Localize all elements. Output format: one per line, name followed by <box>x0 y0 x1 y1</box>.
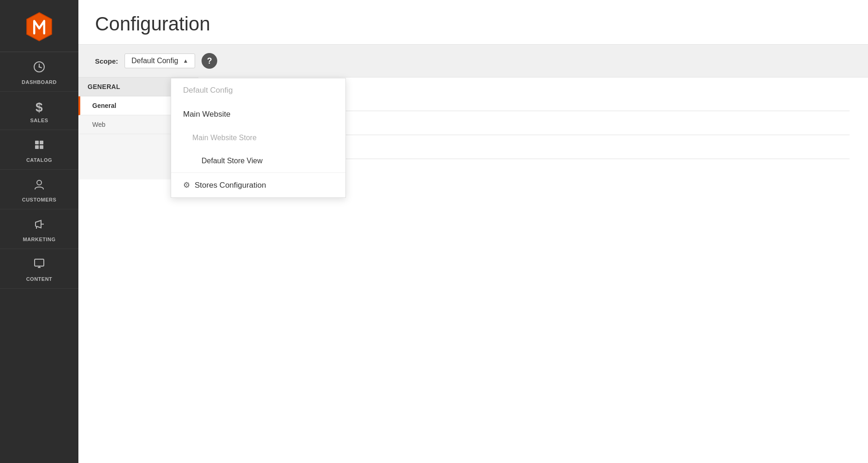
sidebar-item-content[interactable]: CONTENT <box>0 249 78 289</box>
sidebar-item-catalog[interactable]: CATALOG <box>0 130 78 170</box>
sidebar-item-dashboard[interactable]: DASHBOARD <box>0 52 78 92</box>
scope-bar: Scope: Default Config ▲ ? Default Config… <box>78 45 868 77</box>
catalog-icon <box>33 138 46 154</box>
content-icon <box>33 257 46 273</box>
scope-menu-label-stores-configuration: Stores Configuration <box>195 181 266 190</box>
page-header: Configuration <box>78 0 868 45</box>
scope-arrow-icon: ▲ <box>183 58 188 64</box>
scope-menu: Default Config Main Website Main Website… <box>171 78 346 198</box>
customers-icon <box>33 178 46 194</box>
svg-rect-5 <box>40 141 43 144</box>
scope-label: Scope: <box>95 57 118 65</box>
sidebar-item-dashboard-label: DASHBOARD <box>22 79 57 85</box>
sidebar: DASHBOARD $ SALES CATALOG <box>0 0 78 463</box>
sidebar-item-marketing[interactable]: MARKETING <box>0 209 78 249</box>
svg-point-3 <box>39 66 40 68</box>
scope-menu-label-default-store-view: Default Store View <box>202 157 262 165</box>
scope-menu-item-main-website[interactable]: Main Website <box>171 102 345 126</box>
main-content: Configuration Scope: Default Config ▲ ? … <box>78 0 868 463</box>
svg-rect-4 <box>35 141 39 144</box>
scope-menu-label-main-website-store: Main Website Store <box>192 134 256 142</box>
sidebar-logo <box>0 0 78 52</box>
gear-icon: ⚙ <box>183 180 190 190</box>
scope-selected-value: Default Config <box>131 57 178 65</box>
scope-menu-label-default-config: Default Config <box>183 86 233 95</box>
dashboard-icon <box>33 60 46 77</box>
sales-icon: $ <box>36 100 43 115</box>
scope-menu-item-main-website-store[interactable]: Main Website Store <box>171 126 345 149</box>
sidebar-item-customers-label: CUSTOMERS <box>22 197 57 202</box>
scope-menu-item-default-config[interactable]: Default Config <box>171 78 345 102</box>
page-title: Configuration <box>95 13 851 35</box>
scope-menu-item-stores-configuration[interactable]: ⚙ Stores Configuration <box>171 172 345 197</box>
sidebar-item-content-label: CONTENT <box>26 276 53 282</box>
svg-point-8 <box>37 180 42 185</box>
sidebar-nav: DASHBOARD $ SALES CATALOG <box>0 52 78 289</box>
svg-rect-7 <box>40 145 43 149</box>
scope-dropdown[interactable]: Default Config ▲ <box>125 53 195 68</box>
sidebar-item-sales[interactable]: $ SALES <box>0 92 78 130</box>
svg-rect-6 <box>35 145 39 149</box>
scope-menu-item-default-store-view[interactable]: Default Store View <box>171 149 345 172</box>
scope-help-button[interactable]: ? <box>202 53 217 69</box>
magento-logo-icon <box>23 10 56 43</box>
sidebar-item-marketing-label: MARKETING <box>23 237 55 242</box>
marketing-icon <box>33 218 46 234</box>
sidebar-item-sales-label: SALES <box>30 118 48 123</box>
sidebar-item-catalog-label: CATALOG <box>26 157 52 163</box>
scope-menu-label-main-website: Main Website <box>183 110 231 119</box>
help-icon: ? <box>207 56 212 66</box>
sidebar-item-customers[interactable]: CUSTOMERS <box>0 170 78 209</box>
svg-rect-11 <box>35 259 44 266</box>
